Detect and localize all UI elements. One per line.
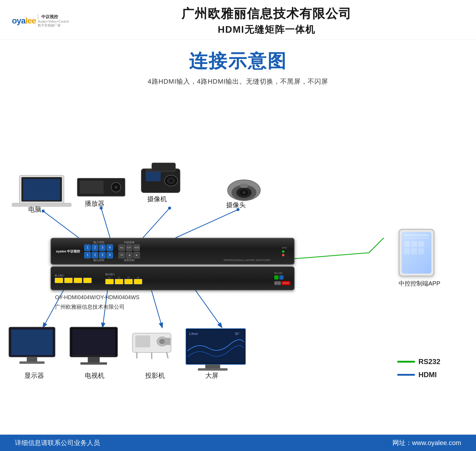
logo-area: oyalee 中议视控 Audio+Video+Control 数字音视频厂家 (12, 14, 69, 27)
tablet-screen (402, 232, 431, 274)
svg-rect-19 (80, 181, 104, 194)
svg-rect-18 (77, 178, 125, 196)
output-projector: 投影机 (145, 371, 165, 380)
pc-label: 电脑 (28, 205, 41, 214)
svg-rect-43 (80, 362, 107, 365)
svg-point-29 (228, 180, 260, 201)
svg-point-25 (167, 177, 175, 184)
svg-line-0 (43, 211, 79, 238)
svg-rect-56 (205, 364, 220, 369)
svg-rect-48 (165, 338, 170, 345)
footer-right-text: 网址：www.oyalee.com (392, 438, 461, 447)
input-camera: 摄像机 (147, 195, 167, 204)
logo-zh-text: 中议视控 (38, 14, 69, 19)
camera-label: 摄像机 (147, 195, 167, 204)
output-monitor: 显示器 (24, 371, 44, 380)
svg-line-50 (167, 352, 168, 358)
svg-rect-15 (21, 177, 62, 202)
svg-rect-37 (27, 357, 37, 362)
svg-rect-39 (70, 327, 118, 357)
svg-rect-44 (132, 333, 171, 352)
svg-rect-45 (135, 335, 150, 347)
svg-point-20 (111, 182, 121, 192)
svg-point-47 (159, 339, 165, 344)
control-ports: RS-232 DC 12V ON/OFF (274, 272, 290, 285)
company-title: 广州欧雅丽信息技术有限公司 (69, 5, 464, 22)
hdmi-label: HDMI (419, 371, 437, 379)
matrix-logo-text: oyalee 中议视控 (56, 249, 80, 254)
svg-rect-16 (12, 203, 71, 207)
input-btn-group: 输入控制 1 2 3 4 1 2 3 4 输出控制 (84, 241, 113, 262)
matrix-front-panel: oyalee 中议视控 输入控制 1 2 3 4 1 2 3 4 (51, 238, 295, 265)
svg-point-31 (236, 187, 252, 198)
svg-line-9 (369, 238, 384, 253)
svg-point-33 (242, 191, 245, 194)
legend-hdmi: HDMI (397, 371, 440, 379)
svg-text:1.8mm: 1.8mm (189, 332, 198, 335)
svg-rect-40 (72, 329, 115, 355)
svg-point-26 (170, 179, 173, 182)
product-title: HDMI无缝矩阵一体机 (69, 23, 464, 36)
header: oyalee 中议视控 Audio+Video+Control 数字音视频厂家 … (0, 0, 476, 40)
svg-point-30 (231, 185, 256, 200)
logo-zh-area: 中议视控 Audio+Video+Control 数字音视频厂家 (38, 14, 69, 27)
input-ipcam: 摄像头 (226, 201, 246, 210)
output-bigscreen: 大屏 (205, 371, 218, 380)
svg-rect-28 (152, 163, 176, 171)
svg-rect-17 (23, 179, 60, 200)
svg-text:55": 55" (235, 332, 239, 335)
app-tablet-device: 中控控制端APP (399, 229, 440, 288)
logo-type: 数字音视频厂家 (38, 23, 69, 28)
svg-rect-35 (9, 327, 55, 357)
svg-rect-52 (186, 329, 245, 364)
input-ports: 输入端口 (55, 274, 92, 283)
ipcam-label: 摄像头 (226, 201, 246, 210)
matrix-pro-text: PROFESSIONAL MATRIX SWITCHER (224, 259, 270, 262)
tablet-body (399, 229, 434, 277)
rs232-line-color (397, 361, 415, 363)
svg-point-21 (115, 186, 118, 189)
footer-left-text: 详细信息请联系公司业务人员 (15, 438, 100, 447)
svg-point-32 (240, 190, 248, 196)
svg-rect-53 (187, 330, 244, 363)
svg-rect-42 (88, 357, 100, 363)
svg-line-8 (295, 253, 369, 259)
svg-rect-23 (146, 171, 161, 181)
legend-rs232: RS232 (397, 358, 440, 366)
logo-box: oyalee 中议视控 Audio+Video+Control 数字音视频厂家 (12, 14, 69, 27)
footer: 详细信息请联系公司业务人员 网址：www.oyalee.com (0, 435, 476, 451)
svg-point-10 (42, 210, 45, 213)
section-subtitle: 4路HDMI输入，4路HDMI输出。无缝切换，不黑屏，不闪屏 (0, 77, 476, 86)
svg-line-1 (101, 208, 110, 238)
matrix-back-panel: 输入端口 输出端口 01 02 (51, 266, 295, 290)
player-label: 播放器 (85, 199, 104, 208)
app-label: 中控控制端APP (399, 280, 440, 288)
svg-rect-41 (72, 355, 115, 357)
svg-rect-38 (19, 361, 45, 364)
matrix-company: 广州欧雅丽信息技术有限公司 (55, 303, 125, 310)
model-label: OY-HDMI0404W/OY-HDMI0404WS (55, 294, 140, 301)
diagram: 1.8mm 55" 电脑 播放器 摄像机 摄像头 oyalee 中议视控 输入控… (0, 92, 476, 449)
input-pc: 电脑 (28, 205, 41, 214)
svg-line-3 (176, 210, 238, 238)
tv-label: 电视机 (85, 371, 104, 380)
svg-point-12 (168, 207, 171, 210)
bigscreen-label: 大屏 (205, 371, 218, 380)
svg-rect-34 (240, 184, 248, 188)
svg-rect-36 (11, 330, 53, 355)
logo-slogan: Audio+Video+Control (38, 20, 69, 23)
matrix-switcher: oyalee 中议视控 输入控制 1 2 3 4 1 2 3 4 (51, 238, 295, 290)
output-ports: 输出端口 01 02 03 04 (105, 273, 142, 284)
ctrl-btn-group: 功能按键 ALL EXT MOD OK ◀ ▶ 场景控制 (118, 241, 140, 262)
output-tv: 电视机 (85, 371, 104, 380)
svg-rect-57 (198, 368, 228, 371)
monitor-label: 显示器 (24, 371, 44, 380)
svg-rect-14 (19, 175, 64, 204)
svg-point-24 (165, 175, 178, 186)
rs232-label: RS232 (419, 358, 440, 366)
header-title-area: 广州欧雅丽信息技术有限公司 HDMI无缝矩阵一体机 (69, 5, 464, 36)
projector-label: 投影机 (145, 371, 165, 380)
legend: RS232 HDMI (397, 358, 440, 384)
logo-oyalee-text: oyalee (12, 16, 36, 26)
indicator-group: SYS (282, 246, 287, 256)
